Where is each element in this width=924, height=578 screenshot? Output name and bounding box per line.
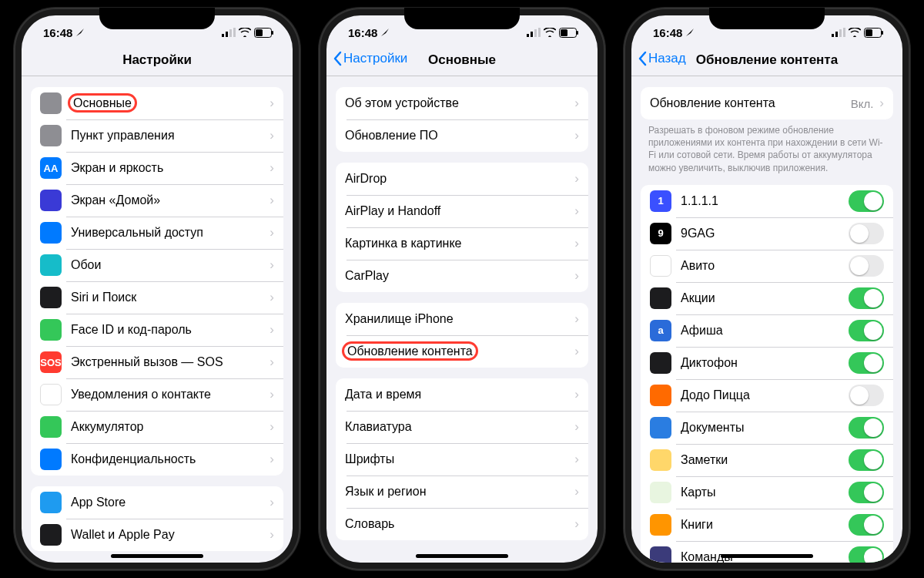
highlight-ring: Обновление контента (342, 341, 478, 361)
settings-row[interactable]: Обновление контента› (336, 335, 588, 368)
screen-settings: 16:48 Настройки Основные›Пункт управлени… (22, 15, 293, 563)
settings-scroll[interactable]: Основные›Пункт управления›AAЭкран и ярко… (22, 76, 293, 563)
settings-row[interactable]: Хранилище iPhone› (336, 303, 588, 335)
settings-row[interactable]: Дата и время› (336, 378, 588, 411)
back-button[interactable]: Настройки (333, 51, 407, 66)
row-label: Словарь (345, 517, 571, 531)
app-icon (40, 416, 62, 438)
svg-rect-10 (538, 28, 541, 37)
svg-rect-15 (835, 32, 838, 37)
app-toggle-row: 11.1.1.1 (641, 185, 893, 217)
svg-rect-2 (229, 29, 232, 37)
settings-row[interactable]: Основные› (31, 87, 283, 119)
toggle-switch[interactable] (849, 449, 884, 471)
settings-row[interactable]: Шрифты› (336, 443, 588, 476)
svg-rect-14 (832, 34, 834, 37)
general-group-2: AirDrop›AirPlay и Handoff›Картинка в кар… (336, 163, 588, 292)
settings-row[interactable]: Словарь› (336, 508, 588, 540)
row-refresh-master[interactable]: Обновление контента Вкл. › (641, 87, 893, 119)
app-icon (650, 385, 671, 406)
toggle-switch[interactable] (849, 482, 884, 503)
refresh-scroll[interactable]: Обновление контента Вкл. › Разрешать в ф… (631, 76, 902, 563)
row-label: AirPlay и Handoff (345, 204, 571, 218)
app-icon (40, 125, 62, 146)
settings-row[interactable]: Уведомления о контакте› (31, 378, 283, 411)
app-icon (650, 417, 671, 439)
settings-row[interactable]: Экран «Домой»› (31, 184, 283, 217)
row-label: Дата и время (345, 388, 571, 402)
settings-row[interactable]: Картинка в картинке› (336, 227, 588, 260)
chevron-right-icon: › (574, 128, 579, 143)
settings-row[interactable]: Конфиденциальность› (31, 443, 283, 476)
status-icons (527, 28, 579, 38)
location-icon (75, 28, 85, 37)
general-scroll[interactable]: Об этом устройстве›Обновление ПО› AirDro… (326, 76, 598, 563)
app-icon: 1 (650, 190, 671, 212)
row-label: Книги (681, 518, 849, 532)
chevron-right-icon: › (574, 96, 579, 111)
app-icon: a (650, 320, 671, 341)
svg-rect-0 (222, 34, 224, 37)
home-indicator[interactable] (721, 554, 813, 558)
toggle-switch[interactable] (849, 546, 884, 563)
chevron-left-icon (638, 51, 647, 66)
settings-row[interactable]: Siri и Поиск› (31, 281, 283, 314)
app-toggle-row: Заметки (641, 444, 893, 476)
svg-rect-16 (839, 29, 842, 37)
settings-row[interactable]: AirDrop› (336, 163, 588, 195)
settings-row[interactable]: Универсальный доступ› (31, 217, 283, 249)
toggle-switch[interactable] (849, 320, 884, 341)
toggle-switch[interactable] (849, 223, 884, 244)
app-icon: SOS (40, 351, 62, 373)
toggle-switch[interactable] (849, 417, 884, 439)
back-label: Настройки (343, 51, 407, 66)
svg-rect-9 (534, 29, 537, 37)
settings-row[interactable]: Аккумулятор› (31, 411, 283, 443)
toggle-switch[interactable] (849, 514, 884, 536)
app-toggle-row: Карты (641, 476, 893, 509)
toggle-switch[interactable] (849, 190, 884, 212)
toggle-switch[interactable] (849, 385, 884, 406)
settings-row[interactable]: Клавиатура› (336, 411, 588, 443)
app-toggle-row: Диктофон (641, 347, 893, 379)
settings-row[interactable]: AAЭкран и яркость› (31, 152, 283, 184)
row-label: CarPlay (345, 269, 571, 283)
svg-rect-20 (882, 31, 883, 35)
settings-row[interactable]: Обновление ПО› (336, 119, 588, 152)
app-icon: AA (40, 157, 62, 179)
settings-group-store: App Store›Wallet и Apple Pay› (31, 486, 283, 551)
row-label: Додо Пицца (681, 388, 849, 402)
toggle-switch[interactable] (849, 352, 884, 374)
toggle-switch[interactable] (849, 287, 884, 309)
settings-row[interactable]: Пункт управления› (31, 119, 283, 152)
app-icon (650, 255, 671, 277)
app-icon (650, 449, 671, 471)
chevron-right-icon: › (574, 484, 579, 499)
chevron-right-icon: › (574, 311, 579, 327)
settings-row[interactable]: AirPlay и Handoff› (336, 195, 588, 227)
settings-row[interactable]: Язык и регион› (336, 476, 588, 508)
row-label: App Store (71, 496, 266, 509)
app-toggle-row: Акции (641, 282, 893, 314)
settings-row[interactable]: SOSЭкстренный вызов — SOS› (31, 346, 283, 378)
home-indicator[interactable] (111, 554, 203, 558)
svg-rect-7 (527, 34, 529, 37)
settings-row[interactable]: App Store› (31, 486, 283, 519)
settings-row[interactable]: Face ID и код-пароль› (31, 314, 283, 346)
app-toggle-row: 99GAG (641, 217, 893, 250)
app-icon: 9 (650, 223, 671, 244)
settings-row[interactable]: CarPlay› (336, 260, 588, 292)
settings-row[interactable]: Wallet и Apple Pay› (31, 519, 283, 551)
chevron-right-icon: › (574, 387, 579, 402)
row-label: Диктофон (681, 356, 849, 370)
settings-row[interactable]: Об этом устройстве› (336, 87, 588, 119)
chevron-right-icon: › (270, 527, 274, 543)
row-label: Универсальный доступ (71, 226, 266, 240)
back-button[interactable]: Назад (638, 51, 686, 66)
home-indicator[interactable] (416, 554, 508, 558)
status-time: 16:48 (348, 26, 377, 39)
settings-row[interactable]: Обои› (31, 249, 283, 281)
toggle-switch[interactable] (849, 255, 884, 277)
battery-icon (559, 28, 579, 38)
chevron-right-icon: › (879, 96, 884, 111)
